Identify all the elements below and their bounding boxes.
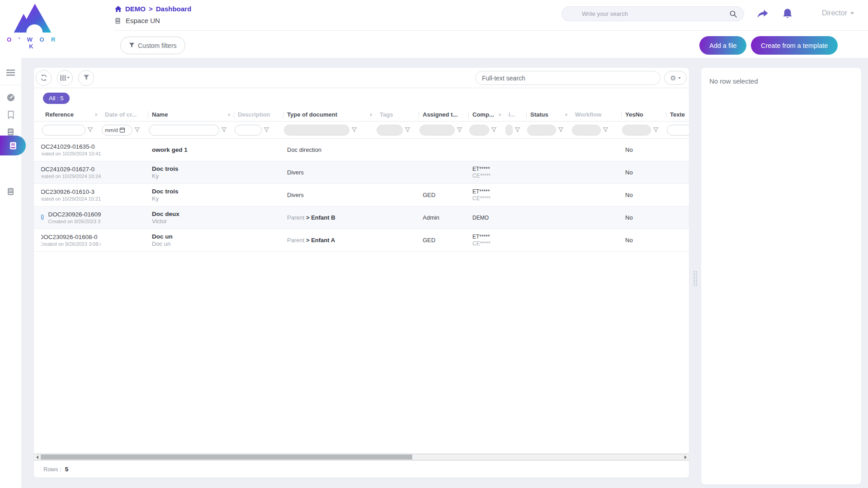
sort-caret-icon[interactable] bbox=[499, 113, 501, 117]
column-header-texte[interactable]: Texte bbox=[666, 108, 689, 121]
table-filter-button[interactable] bbox=[78, 70, 94, 86]
filter-funnel-icon[interactable] bbox=[653, 127, 659, 133]
sidebar-item-archive[interactable] bbox=[0, 183, 21, 200]
sort-caret-icon[interactable] bbox=[228, 113, 231, 117]
name-cell: Doc deuxVictor bbox=[148, 206, 234, 229]
workflow-cell bbox=[571, 161, 621, 183]
breadcrumb-current[interactable]: Dashboard bbox=[156, 5, 191, 13]
name-cell: owork ged 1 bbox=[148, 139, 234, 161]
filter-funnel-icon[interactable] bbox=[514, 127, 520, 133]
filter-funnel-icon[interactable] bbox=[405, 127, 410, 133]
breadcrumb-home[interactable]: DEMO bbox=[125, 5, 146, 13]
book-icon bbox=[114, 17, 121, 24]
sort-caret-icon[interactable] bbox=[566, 113, 568, 117]
global-search-input[interactable] bbox=[582, 10, 729, 17]
table-row[interactable]: PDFDOC241029-01635-0Created on 10/29/202… bbox=[34, 139, 689, 161]
filter-funnel-icon[interactable] bbox=[134, 127, 140, 133]
user-menu[interactable]: Director bbox=[822, 9, 854, 17]
menu-icon bbox=[6, 70, 15, 76]
column-header-dateofcr[interactable]: Date of cr... bbox=[101, 108, 148, 121]
table-row[interactable]: PDFDOC230926-01610-3Created on 10/29/202… bbox=[34, 184, 689, 206]
column-filter-input[interactable] bbox=[235, 125, 262, 136]
column-header-reference[interactable]: Reference bbox=[41, 108, 101, 121]
company-main: ET***** bbox=[472, 234, 505, 240]
sort-caret-icon[interactable] bbox=[95, 113, 98, 117]
column-label: Comp... bbox=[468, 111, 494, 118]
company-sub: CE***** bbox=[472, 240, 505, 247]
date-filter-input[interactable]: mm/d bbox=[102, 125, 132, 136]
table-settings-button[interactable]: ⚙ bbox=[664, 71, 687, 85]
custom-filters-button[interactable]: Custom filters bbox=[120, 37, 185, 54]
description-cell bbox=[234, 184, 283, 206]
notifications-button[interactable] bbox=[781, 7, 794, 21]
column-header-yesno[interactable]: YesNo bbox=[621, 108, 666, 121]
document-name: Doc deux bbox=[152, 211, 234, 217]
page: O ' W O R K DEMO > Dashboard Espace UN bbox=[0, 0, 868, 488]
column-filter-input[interactable] bbox=[42, 125, 85, 136]
column-header-typeofdocument[interactable]: Type of document bbox=[283, 108, 376, 121]
column-header-description[interactable]: Description bbox=[234, 108, 283, 121]
reference-value: DOC241029-01627-0 bbox=[41, 166, 101, 173]
sidebar-menu-toggle[interactable] bbox=[0, 64, 21, 81]
share-icon bbox=[757, 9, 769, 19]
app-logo[interactable]: O ' W O R K bbox=[6, 2, 59, 50]
filter-icon bbox=[83, 75, 90, 81]
scroll-right-arrow[interactable] bbox=[682, 454, 689, 460]
column-header-comp[interactable]: Comp... bbox=[468, 108, 505, 121]
column-header-assignedt[interactable]: Assigned t... bbox=[419, 108, 468, 121]
column-header-status[interactable]: Status bbox=[526, 108, 571, 121]
home-icon[interactable] bbox=[114, 5, 122, 13]
column-label: Description bbox=[234, 111, 270, 118]
horizontal-scrollbar[interactable] bbox=[34, 454, 689, 460]
status-cell bbox=[526, 184, 571, 206]
search-icon[interactable] bbox=[729, 10, 737, 18]
filter-funnel-icon[interactable] bbox=[221, 127, 227, 133]
columns-button[interactable] bbox=[57, 70, 73, 86]
type-cell: Divers bbox=[283, 161, 376, 183]
scrollbar-thumb[interactable] bbox=[41, 455, 412, 460]
filter-funnel-icon[interactable] bbox=[491, 127, 497, 133]
share-button[interactable] bbox=[756, 7, 769, 21]
name-cell: Doc troisKy bbox=[148, 161, 234, 183]
sidebar-item-bookmarks[interactable] bbox=[0, 106, 21, 123]
column-header-tags[interactable]: Tags bbox=[376, 108, 419, 121]
document-name: owork ged 1 bbox=[152, 146, 234, 153]
sidebar-item-dashboard[interactable] bbox=[0, 89, 21, 106]
scroll-left-arrow[interactable] bbox=[34, 454, 41, 460]
filter-funnel-icon[interactable] bbox=[87, 127, 93, 133]
description-cell bbox=[234, 161, 283, 183]
filter-icon bbox=[129, 42, 135, 48]
document-subtitle: Doc un bbox=[152, 240, 234, 247]
sidebar-item-documents-active[interactable] bbox=[0, 136, 26, 155]
sort-caret-icon[interactable] bbox=[370, 113, 373, 117]
table-row[interactable]: PDFDOC241029-01627-0Created on 10/29/202… bbox=[34, 161, 689, 184]
filter-funnel-icon[interactable] bbox=[603, 127, 609, 133]
column-header-name[interactable]: Name bbox=[148, 108, 234, 121]
panel-resize-handle[interactable] bbox=[692, 268, 698, 288]
calendar-icon[interactable] bbox=[119, 127, 125, 133]
filter-funnel-icon[interactable] bbox=[558, 127, 564, 133]
topbar-divider bbox=[114, 30, 868, 31]
filter-funnel-icon[interactable] bbox=[457, 127, 462, 133]
assigned-to: GED bbox=[423, 192, 468, 198]
create-from-template-button[interactable]: Create from a template bbox=[751, 36, 838, 55]
column-filter-input[interactable] bbox=[667, 125, 689, 136]
column-header-workflow[interactable]: Workflow bbox=[571, 108, 621, 121]
add-file-button[interactable]: Add a file bbox=[699, 36, 746, 55]
table-row[interactable]: PDFDOC230926-01608-0Created on 9/26/2023… bbox=[34, 229, 689, 252]
yesno-value: No bbox=[625, 146, 666, 153]
column-filter-input bbox=[420, 125, 455, 136]
column-filter-input[interactable] bbox=[149, 125, 219, 136]
fulltext-search-input[interactable] bbox=[482, 75, 654, 82]
filter-funnel-icon[interactable] bbox=[264, 127, 269, 133]
refresh-button[interactable] bbox=[36, 70, 52, 86]
all-count-badge[interactable]: All : 5 bbox=[43, 93, 70, 104]
description-cell bbox=[234, 206, 283, 229]
filter-funnel-icon[interactable] bbox=[351, 127, 357, 133]
breadcrumb: DEMO > Dashboard bbox=[114, 5, 191, 13]
column-header-i[interactable]: I... bbox=[505, 108, 526, 121]
table-row[interactable]: wDOC230926-01609-0Created on 9/26/2023 3… bbox=[34, 206, 689, 229]
assigned-to: Admin bbox=[423, 214, 468, 221]
sidebar bbox=[0, 58, 21, 488]
tags-cell bbox=[376, 206, 419, 229]
